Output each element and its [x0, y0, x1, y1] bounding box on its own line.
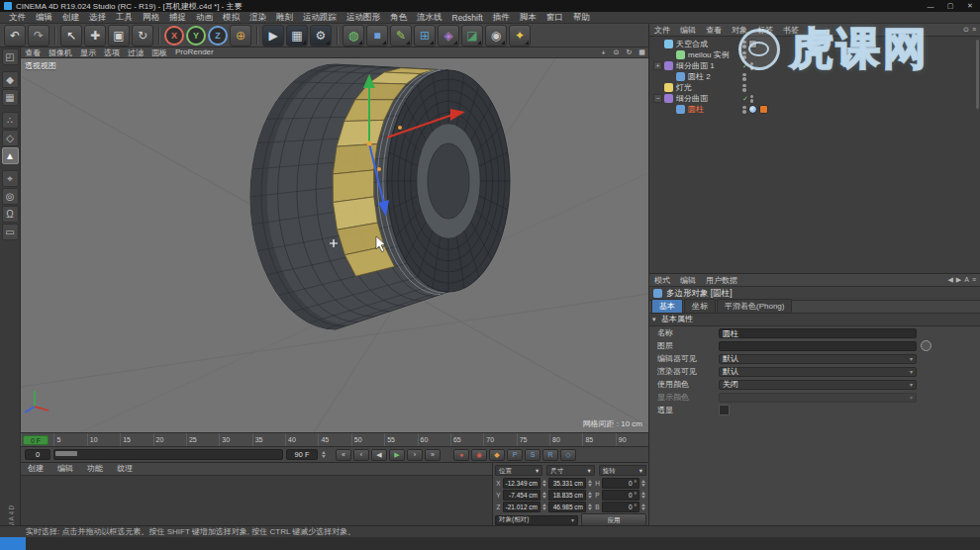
material-menu-item[interactable]: 创建: [21, 463, 50, 475]
menubar-item[interactable]: 流水线: [412, 12, 447, 24]
timeline-ruler[interactable]: 051015202530354045505560657075808590 0 F: [21, 432, 648, 446]
record-rotation-button[interactable]: R: [542, 449, 558, 461]
timeline-slider-handle[interactable]: [55, 451, 77, 456]
attribute-name-input[interactable]: 圆柱: [719, 328, 917, 338]
x-axis-lock[interactable]: X: [164, 26, 184, 46]
viewport-menu-item[interactable]: 查看: [21, 47, 45, 58]
prev-frame-button[interactable]: ◀: [371, 449, 387, 461]
subdivision-surface-icon[interactable]: ◍: [343, 25, 364, 46]
object-manager-menu-item[interactable]: 文件: [649, 25, 675, 36]
layer-field[interactable]: [719, 341, 917, 351]
workplane-icon[interactable]: ▭: [2, 224, 19, 240]
light-icon[interactable]: ✦: [509, 25, 531, 46]
object-manager-menu-item[interactable]: 书签: [778, 25, 804, 36]
visibility-dots-icon[interactable]: [742, 51, 746, 59]
object-manager-menu-item[interactable]: 编辑: [675, 25, 701, 36]
enable-check-icon[interactable]: ✓: [742, 95, 748, 103]
menubar-item[interactable]: 插件: [488, 12, 515, 24]
timeline-slider[interactable]: [53, 449, 283, 460]
visibility-dots-icon[interactable]: [742, 84, 746, 92]
selection-tag-icon[interactable]: [759, 105, 768, 114]
record-position-button[interactable]: P: [507, 449, 523, 461]
menubar-item[interactable]: 编辑: [31, 12, 57, 24]
value-stepper[interactable]: [541, 492, 547, 499]
object-manager-menu-item[interactable]: 标签: [752, 25, 778, 36]
viewport[interactable]: 透视视图 网格间距 : 10 cm: [21, 58, 648, 432]
rotation-value-input[interactable]: 0 °: [602, 502, 639, 512]
attribute-dropdown[interactable]: ▾: [719, 393, 917, 403]
rotation-value-input[interactable]: 0 °: [602, 478, 639, 489]
current-frame-input[interactable]: 0: [25, 449, 50, 460]
menubar-item[interactable]: 脚本: [515, 12, 541, 24]
cube-primitive-icon[interactable]: ■: [366, 25, 388, 46]
viewport-menu-item[interactable]: 摄像机: [45, 47, 76, 58]
y-axis-lock[interactable]: Y: [186, 26, 206, 46]
size-value-input[interactable]: 18.835 cm: [548, 490, 586, 501]
menubar-item[interactable]: 模拟: [218, 12, 245, 24]
solo-mode-icon[interactable]: ◎: [2, 188, 19, 205]
layout-views-icon[interactable]: ▦: [636, 47, 648, 57]
end-frame-stepper[interactable]: [321, 451, 327, 458]
attribute-menu-item[interactable]: 编辑: [675, 275, 701, 286]
next-frame-button[interactable]: ›: [407, 449, 423, 461]
menubar-item[interactable]: 雕刻: [271, 12, 298, 24]
position-value-input[interactable]: -21.012 cm: [503, 502, 540, 512]
value-stepper[interactable]: [587, 492, 593, 499]
position-value-input[interactable]: -7.454 cm: [503, 490, 540, 501]
object-tree-item[interactable]: +细分曲面 1✓: [649, 60, 980, 71]
size-value-input[interactable]: 46.985 cm: [548, 502, 586, 512]
zoom-view-icon[interactable]: ⊙: [610, 47, 623, 57]
record-keyframe-button[interactable]: ●: [453, 449, 469, 461]
material-menu-item[interactable]: 纹理: [110, 463, 140, 475]
menubar-item[interactable]: 创建: [57, 12, 84, 24]
object-tree-item[interactable]: meilou 实例: [649, 49, 980, 60]
attribute-dropdown[interactable]: 默认▾: [719, 367, 917, 377]
coordinate-header[interactable]: 尺寸▾: [546, 465, 594, 476]
goto-start-button[interactable]: «: [336, 449, 351, 461]
attribute-tab[interactable]: 基本: [651, 299, 683, 313]
material-menu-item[interactable]: 功能: [80, 463, 110, 475]
attribute-dropdown[interactable]: 默认▾: [719, 354, 917, 364]
menubar-item[interactable]: 窗口: [541, 12, 568, 24]
visibility-dots-icon[interactable]: [742, 41, 746, 48]
visibility-dots-icon[interactable]: [742, 106, 746, 114]
object-tree-item[interactable]: 天空合成: [649, 39, 980, 49]
viewport-canvas[interactable]: [21, 58, 648, 432]
render-settings-icon[interactable]: ⚙: [310, 25, 332, 46]
mograph-icon[interactable]: ⊞: [414, 25, 436, 46]
history-back-icon[interactable]: ◀: [947, 276, 952, 284]
history-forward-icon[interactable]: ▶: [956, 276, 961, 284]
model-mode-icon[interactable]: ◆: [2, 71, 19, 88]
record-parameter-button[interactable]: ◇: [560, 449, 576, 461]
undo-icon[interactable]: ↶: [4, 25, 26, 46]
rotate-icon[interactable]: ↻: [132, 25, 153, 46]
viewport-menu-item[interactable]: 选项: [100, 47, 124, 58]
value-stepper[interactable]: [640, 480, 646, 487]
menubar-item[interactable]: 运动图形: [342, 12, 385, 24]
value-stepper[interactable]: [587, 480, 593, 487]
viewport-menu-item[interactable]: 过滤: [124, 47, 147, 58]
enable-check-icon[interactable]: ✓: [742, 62, 748, 70]
move-icon[interactable]: ✚: [84, 25, 106, 46]
viewport-menu-item[interactable]: 显示: [76, 47, 100, 58]
coordinate-header[interactable]: 旋转▾: [599, 465, 646, 476]
close-button[interactable]: ✕: [960, 0, 980, 12]
make-editable-icon[interactable]: ◰: [2, 48, 19, 65]
size-value-input[interactable]: 35.331 cm: [548, 478, 586, 489]
attribute-tab[interactable]: 坐标: [684, 299, 716, 313]
viewport-menu-item[interactable]: ProRender: [171, 47, 218, 58]
material-menu-item[interactable]: 编辑: [50, 463, 80, 475]
menubar-item[interactable]: 帮助: [568, 12, 595, 24]
text-size-icon[interactable]: A: [964, 276, 969, 284]
xray-checkbox[interactable]: [719, 405, 730, 415]
prev-key-button[interactable]: ‹: [353, 449, 369, 461]
coordinate-system-icon[interactable]: ⊕: [230, 25, 251, 46]
object-manager-menu-item[interactable]: 查看: [701, 25, 727, 36]
object-tree-item[interactable]: 灯光: [649, 82, 980, 93]
search-icon[interactable]: ⊙: [963, 26, 969, 34]
visibility-dots-icon[interactable]: [750, 95, 754, 103]
object-manager-menu-item[interactable]: 对象: [727, 25, 752, 36]
scale-icon[interactable]: ▣: [108, 25, 130, 46]
settings-icon[interactable]: ≡: [972, 276, 976, 284]
object-tree-item[interactable]: −细分曲面✓: [649, 93, 980, 104]
